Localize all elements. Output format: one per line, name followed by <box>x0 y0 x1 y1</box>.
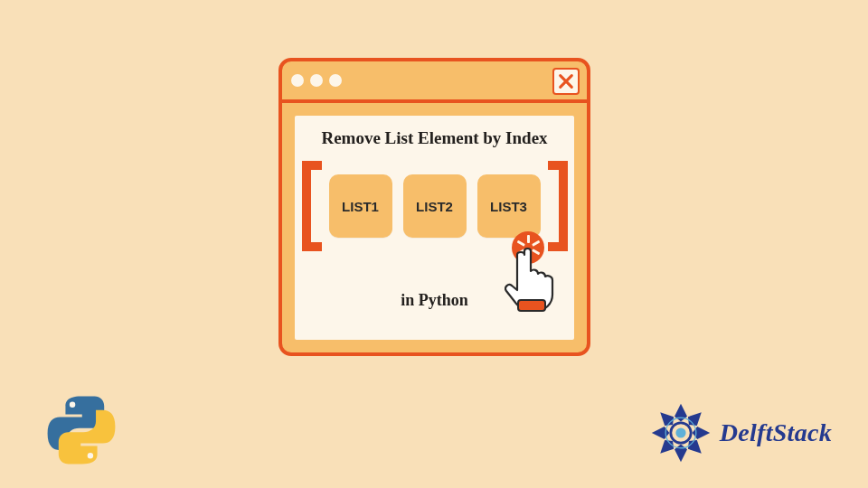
dot-icon <box>310 74 323 87</box>
svg-point-2 <box>88 453 93 458</box>
svg-point-1 <box>70 402 75 408</box>
brand: DelftStack <box>649 401 832 465</box>
dot-icon <box>291 74 304 87</box>
right-bracket-icon <box>548 161 568 251</box>
window-titlebar <box>282 61 587 103</box>
close-icon <box>558 73 574 89</box>
list-illustration: LIST1 LIST2 LIST3 <box>302 161 568 251</box>
delftstack-logo-icon <box>649 401 712 465</box>
brand-name: DelftStack <box>720 418 832 447</box>
python-logo-icon <box>43 392 119 468</box>
illustration-window: Remove List Element by Index LIST1 LIST2… <box>278 58 590 356</box>
close-button[interactable] <box>552 68 580 95</box>
subheading-text: in Python <box>401 291 468 310</box>
svg-point-4 <box>675 427 685 437</box>
list-boxes: LIST1 LIST2 LIST3 <box>329 174 541 238</box>
list-item: LIST1 <box>329 174 392 238</box>
left-bracket-icon <box>302 161 322 251</box>
heading-text: Remove List Element by Index <box>321 128 547 148</box>
dot-icon <box>329 74 342 87</box>
window-content: Remove List Element by Index LIST1 LIST2… <box>295 116 574 340</box>
list-item: LIST3 <box>477 174 541 238</box>
window-control-dots <box>291 74 342 87</box>
list-item: LIST2 <box>403 174 467 238</box>
